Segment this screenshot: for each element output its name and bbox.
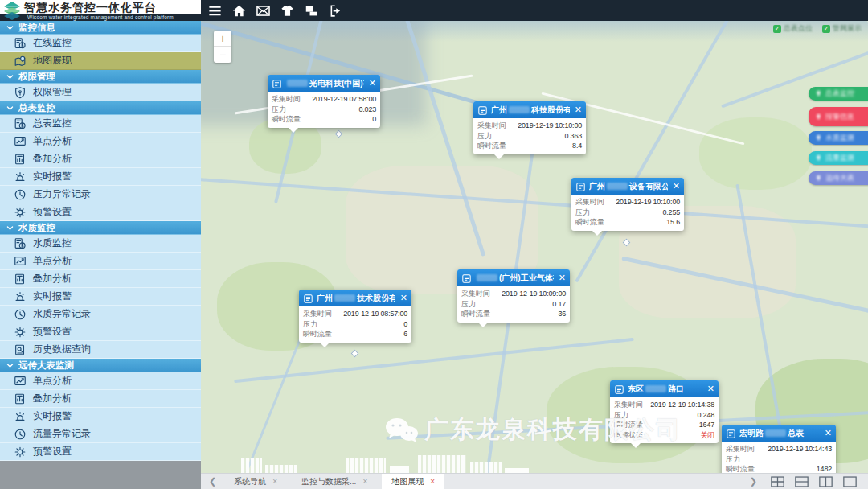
- list-doc-icon: [272, 78, 282, 88]
- sidebar-item[interactable]: 总表监控: [0, 115, 201, 133]
- theme-shirt-icon[interactable]: [280, 3, 295, 18]
- zoom-in-button[interactable]: +: [214, 31, 231, 47]
- window-layout-icon[interactable]: [304, 3, 319, 18]
- legend-pill-label: 水质监测: [825, 133, 854, 143]
- tabs-scroll-right-icon[interactable]: ❯: [750, 476, 757, 487]
- tab[interactable]: 系统导航×: [224, 474, 287, 489]
- legend-pill-label: 总表监控: [825, 88, 854, 99]
- sidebar-item-label: 单点分析: [33, 374, 72, 388]
- legend-pill[interactable]: 水质监测: [809, 131, 868, 145]
- legend-pill[interactable]: 总表监控: [809, 87, 868, 101]
- sidebar-item[interactable]: 单点分析: [0, 133, 201, 150]
- sidebar-item[interactable]: 权限管理: [0, 84, 201, 101]
- tab[interactable]: 地图展现×: [382, 474, 444, 489]
- legend-pill[interactable]: 远传大表: [809, 171, 868, 185]
- close-icon[interactable]: ✕: [367, 78, 376, 88]
- sidebar-item[interactable]: 单点分析: [0, 253, 201, 270]
- sidebar-group-4[interactable]: 远传大表监测: [0, 359, 201, 372]
- close-icon[interactable]: ✕: [706, 384, 714, 394]
- sidebar-group-2[interactable]: 总表监控: [0, 101, 201, 115]
- layer-toggle[interactable]: ✓管网展示: [822, 23, 862, 34]
- layer-toggle[interactable]: ✓总表点位: [773, 23, 813, 34]
- tab-close-icon[interactable]: ×: [430, 477, 435, 486]
- popup-row-label: 压力: [614, 410, 628, 421]
- legend-pill[interactable]: 报警信息: [809, 107, 868, 126]
- popup-pointer: [631, 443, 641, 448]
- popup-pointer: [494, 154, 504, 159]
- sidebar-item[interactable]: 水质异常记录: [0, 306, 201, 323]
- sidebar-item-label: 总表监控: [33, 117, 72, 130]
- popup-title: 东区路口: [628, 384, 702, 395]
- popup-row-label: 压力: [272, 105, 286, 115]
- sidebar-item[interactable]: 叠加分析: [0, 390, 201, 408]
- sidebar-item[interactable]: 实时报警: [0, 288, 201, 306]
- popup-row-value: [740, 454, 832, 465]
- sidebar-group-3[interactable]: 水质监控: [0, 221, 201, 235]
- sidebar-item[interactable]: 预警设置: [0, 323, 201, 341]
- popup-row-label: 压力: [575, 208, 590, 218]
- mail-icon[interactable]: [256, 3, 271, 18]
- tab-close-icon[interactable]: ×: [272, 477, 277, 486]
- sidebar-item[interactable]: 历史数据查询: [0, 341, 201, 359]
- legend-pill[interactable]: 流量监测: [809, 151, 868, 165]
- popup-row: 瞬时流量8.4: [477, 141, 582, 151]
- zoom-out-button[interactable]: −: [214, 47, 231, 63]
- split-vertical-icon[interactable]: [819, 476, 833, 487]
- sidebar-item[interactable]: 水质监控: [0, 235, 201, 253]
- split-horizontal-icon[interactable]: [795, 476, 809, 487]
- menu-icon[interactable]: [207, 3, 223, 18]
- sidebar-group-0[interactable]: 监控信息: [0, 21, 201, 35]
- popup-row-label: 采集时间: [477, 121, 506, 131]
- bottom-tab-bar: ❮ 系统导航×监控与数据采...×地图展现× ❯: [201, 473, 868, 489]
- tabs-scroll-left-icon[interactable]: ❮: [201, 476, 224, 487]
- layout-icons: [771, 476, 857, 487]
- doc-chart-icon: [14, 273, 27, 286]
- sidebar-item[interactable]: 预警设置: [0, 443, 201, 461]
- single-window-icon[interactable]: [843, 476, 857, 487]
- grid-4-icon[interactable]: [771, 476, 784, 487]
- map-layer-toggles: ✓总表点位✓管网展示: [773, 23, 862, 34]
- sidebar-item[interactable]: 压力异常记录: [0, 186, 201, 203]
- sidebar-item[interactable]: 叠加分析: [0, 150, 201, 168]
- tab-label: 监控与数据采...: [301, 476, 356, 487]
- sidebar-item-label: 历史数据查询: [33, 343, 91, 356]
- sidebar-item[interactable]: 流量异常记录: [0, 425, 201, 443]
- popup-row-value: 1647: [643, 420, 714, 430]
- home-icon[interactable]: [231, 3, 247, 18]
- popup-title-bar: 光电科技(中国)有✕: [268, 75, 380, 92]
- sidebar-item[interactable]: 预警设置: [0, 203, 201, 221]
- close-icon[interactable]: ✕: [557, 273, 566, 283]
- close-icon[interactable]: ✕: [573, 105, 582, 115]
- sidebar-item[interactable]: 实时报警: [0, 168, 201, 186]
- sidebar-item-label: 地图展现: [33, 54, 72, 68]
- sidebar-item-label: 压力异常记录: [33, 187, 91, 201]
- popup-row-value: 2019-12-19 10:10:00: [506, 121, 582, 131]
- layout-controls: ❯: [750, 476, 868, 487]
- logout-icon[interactable]: [328, 3, 343, 18]
- sidebar-item[interactable]: 叠加分析: [0, 270, 201, 288]
- redacted-text: [765, 429, 786, 437]
- popup-row-value: 0.023: [286, 105, 376, 115]
- check-icon: ✓: [822, 25, 830, 33]
- sidebar-item[interactable]: 单点分析: [0, 372, 201, 390]
- close-icon[interactable]: ✕: [399, 293, 407, 303]
- siren-icon: [14, 171, 27, 183]
- tab[interactable]: 监控与数据采...×: [292, 474, 377, 489]
- sidebar-item-label: 实时报警: [33, 290, 72, 303]
- popup-title: 广州技术股份有: [317, 293, 395, 304]
- popup-row-value: 2019-12-19 10:14:38: [643, 400, 714, 410]
- chart-line-icon: [14, 135, 27, 148]
- tab-close-icon[interactable]: ×: [362, 477, 367, 486]
- popup-row: 电源状态关闭: [614, 430, 714, 441]
- sidebar-item[interactable]: 地图展现: [0, 52, 201, 70]
- close-icon[interactable]: ✕: [671, 181, 680, 191]
- sidebar-group-1[interactable]: 权限管理: [0, 70, 201, 84]
- popup-row-value: 2019-12-19 07:58:00: [301, 94, 376, 105]
- popup-row-label: 瞬时流量: [303, 329, 332, 339]
- map-canvas[interactable]: + − ✓总表点位✓管网展示 总表监控报警信息水质监测流量监测远传大表 光电科技…: [201, 21, 868, 473]
- popup-rows: 采集时间2019-12-19 08:57:00压力0瞬时流量6: [299, 306, 411, 343]
- close-icon[interactable]: ✕: [823, 428, 832, 438]
- sidebar-item[interactable]: 实时报警: [0, 408, 201, 425]
- sidebar-item[interactable]: 在线监控: [0, 35, 201, 52]
- chart-line-icon: [14, 255, 27, 268]
